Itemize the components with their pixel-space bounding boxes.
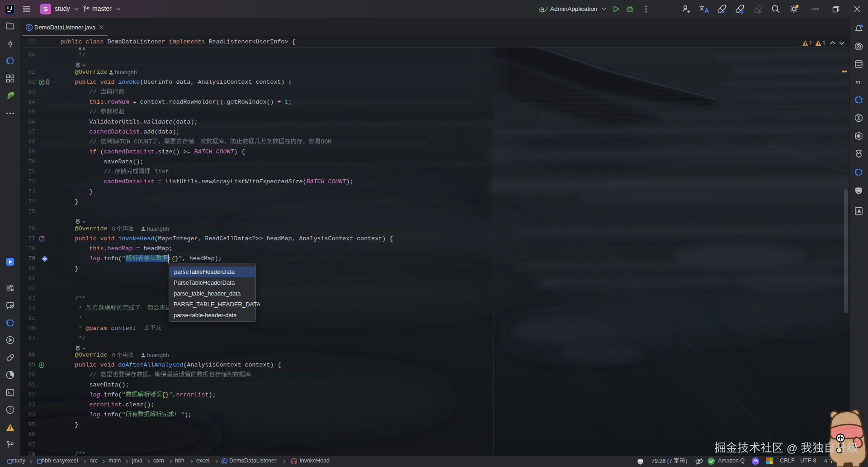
svg-text:m: m bbox=[292, 459, 296, 464]
svg-text:JR: JR bbox=[9, 95, 14, 98]
svg-text:m: m bbox=[855, 78, 860, 86]
svg-text:1: 1 bbox=[822, 40, 826, 47]
svg-text:A: A bbox=[858, 209, 860, 214]
svg-text:1: 1 bbox=[809, 40, 812, 47]
